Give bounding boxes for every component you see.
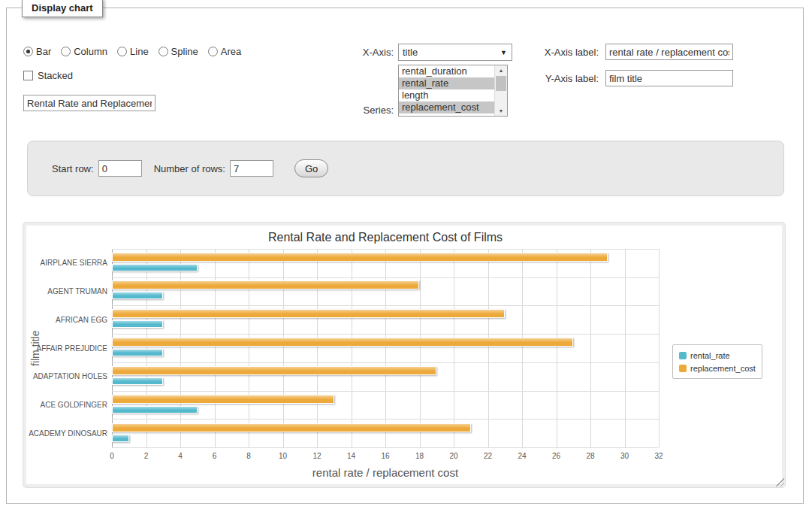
go-button[interactable]: Go bbox=[294, 159, 328, 177]
radio-icon[interactable] bbox=[208, 47, 218, 56]
category-label: ACE GOLDFINGER bbox=[26, 391, 107, 420]
gridline-horizontal bbox=[112, 334, 659, 335]
radio-icon[interactable] bbox=[158, 47, 168, 56]
y-axis-label-input[interactable] bbox=[605, 70, 733, 86]
scroll-down-icon[interactable]: ▼ bbox=[495, 106, 507, 116]
x-axis-select-label: X-Axis: bbox=[307, 47, 394, 58]
chart-type-radio-spline[interactable]: Spline bbox=[158, 46, 198, 57]
series-multiselect[interactable]: rental_durationrental_ratelengthreplacem… bbox=[398, 65, 508, 117]
chart-category-labels: AIRPLANE SIERRAAGENT TRUMANAFRICAN EGGAF… bbox=[26, 249, 107, 448]
gridline-vertical bbox=[283, 249, 284, 447]
series-scrollbar[interactable]: ▲ ▼ bbox=[494, 65, 507, 116]
gridline-vertical bbox=[112, 249, 113, 447]
radio-icon[interactable] bbox=[61, 47, 71, 56]
bar-replacement_cost bbox=[112, 366, 436, 375]
x-tick-label: 20 bbox=[449, 452, 457, 460]
y-axis-label-field-label: Y-Axis label: bbox=[495, 73, 599, 84]
gridline-horizontal bbox=[112, 305, 659, 306]
chart-type-radios: BarColumnLineSplineArea bbox=[23, 46, 241, 57]
x-tick-label: 30 bbox=[620, 452, 629, 460]
stacked-row: Stacked bbox=[23, 70, 73, 81]
gridline-horizontal bbox=[112, 277, 659, 278]
bar-rental_rate bbox=[112, 320, 163, 328]
gridline-vertical bbox=[590, 249, 591, 447]
category-label: AGENT TRUMAN bbox=[26, 277, 107, 306]
series-option-length[interactable]: length bbox=[399, 89, 494, 101]
x-axis-label-field-label: X-Axis label: bbox=[495, 47, 599, 58]
chart-type-radio-line[interactable]: Line bbox=[117, 46, 149, 57]
gridline-vertical bbox=[557, 249, 557, 447]
row-range-panel: Start row: Number of rows: Go bbox=[27, 141, 784, 196]
category-label: AFRICAN EGG bbox=[26, 306, 107, 335]
chart-type-radio-area[interactable]: Area bbox=[208, 46, 241, 57]
x-tick-label: 6 bbox=[213, 452, 217, 460]
series-option-replacement_cost[interactable]: replacement_cost bbox=[399, 101, 494, 114]
scroll-up-icon[interactable]: ▲ bbox=[495, 65, 507, 75]
x-tick-label: 26 bbox=[552, 452, 560, 460]
display-chart-panel: Display chart BarColumnLineSplineArea St… bbox=[6, 8, 804, 504]
bar-rental_rate bbox=[112, 292, 163, 299]
gridline-vertical bbox=[488, 249, 489, 447]
x-tick-label: 12 bbox=[312, 452, 321, 460]
gridline-horizontal bbox=[112, 391, 659, 392]
panel-legend: Display chart bbox=[22, 0, 103, 17]
start-row-input[interactable] bbox=[98, 160, 142, 177]
bar-rental_rate bbox=[112, 435, 129, 442]
chart-legend: rental_ratereplacement_cost bbox=[672, 344, 762, 379]
x-tick-label: 16 bbox=[381, 452, 389, 460]
legend-item-rental_rate[interactable]: rental_rate bbox=[679, 349, 756, 362]
x-tick-label: 32 bbox=[654, 452, 663, 460]
chart-type-radio-column[interactable]: Column bbox=[61, 46, 107, 57]
bar-rental_rate bbox=[112, 406, 198, 414]
stacked-checkbox[interactable] bbox=[23, 71, 33, 80]
x-tick-label: 10 bbox=[279, 452, 287, 460]
radio-label: Area bbox=[221, 46, 241, 57]
radio-label: Column bbox=[74, 46, 107, 57]
gridline-horizontal bbox=[112, 447, 659, 448]
bar-replacement_cost bbox=[112, 309, 505, 318]
chart-title-input[interactable] bbox=[23, 95, 155, 111]
gridline-vertical bbox=[659, 249, 660, 447]
chart: Rental Rate and Replacement Cost of Film… bbox=[26, 226, 782, 484]
num-rows-label: Number of rows: bbox=[154, 163, 225, 174]
gridline-vertical bbox=[420, 249, 421, 447]
scrollbar-thumb[interactable] bbox=[496, 76, 506, 91]
x-tick-label: 2 bbox=[144, 452, 149, 460]
chart-x-axis-title: rental rate / replacement cost bbox=[112, 466, 659, 479]
chart-container: Rental Rate and Replacement Cost of Film… bbox=[23, 222, 786, 488]
bar-replacement_cost bbox=[112, 423, 471, 432]
radio-label: Spline bbox=[171, 46, 198, 57]
num-rows-input[interactable] bbox=[230, 160, 273, 177]
bar-replacement_cost bbox=[112, 280, 419, 289]
gridline-vertical bbox=[385, 249, 386, 447]
bar-rental_rate bbox=[112, 377, 163, 385]
chart-type-radio-bar[interactable]: Bar bbox=[23, 46, 51, 57]
category-label: AIRPLANE SIERRA bbox=[26, 249, 107, 277]
category-label: ACADEMY DINOSAUR bbox=[26, 420, 107, 448]
x-tick-label: 24 bbox=[518, 452, 526, 460]
bar-replacement_cost bbox=[112, 253, 608, 262]
radio-icon[interactable] bbox=[23, 47, 33, 56]
legend-label: rental_rate bbox=[690, 351, 730, 360]
series-option-rental_duration[interactable]: rental_duration bbox=[399, 65, 494, 77]
bar-rental_rate bbox=[112, 349, 163, 356]
legend-swatch-icon bbox=[679, 365, 687, 372]
series-option-rental_rate[interactable]: rental_rate bbox=[399, 77, 494, 89]
x-tick-label: 14 bbox=[347, 452, 355, 460]
x-tick-label: 8 bbox=[246, 452, 251, 460]
gridline-vertical bbox=[215, 249, 216, 447]
gridline-horizontal bbox=[112, 249, 659, 250]
legend-swatch-icon bbox=[679, 352, 687, 359]
gridline-vertical bbox=[146, 249, 147, 447]
x-axis-selected-value: title bbox=[403, 47, 418, 58]
gridline-vertical bbox=[625, 249, 626, 447]
bar-rental_rate bbox=[112, 264, 198, 271]
legend-item-replacement_cost[interactable]: replacement_cost bbox=[679, 362, 756, 374]
radio-icon[interactable] bbox=[117, 47, 127, 56]
gridline-vertical bbox=[522, 249, 523, 447]
category-label: AFFAIR PREJUDICE bbox=[26, 335, 107, 363]
x-tick-label: 18 bbox=[415, 452, 424, 460]
gridline-vertical bbox=[249, 249, 249, 447]
radio-label: Line bbox=[130, 46, 149, 57]
x-axis-label-input[interactable] bbox=[605, 44, 733, 60]
